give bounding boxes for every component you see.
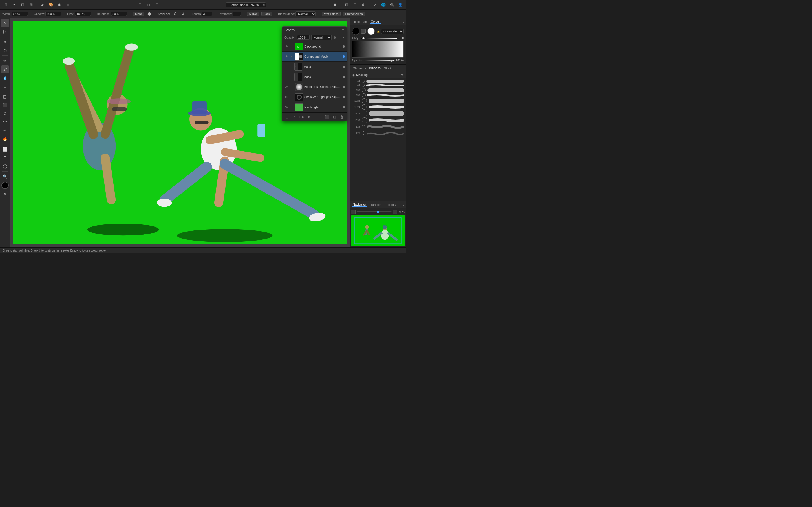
layers-opacity-input[interactable] [297,35,310,40]
duplicate-layer-button[interactable]: ⊡ [331,114,338,120]
layer-row-brightness[interactable]: 👁 Brightness / Contrast Adjustm [282,82,347,92]
wet-edges-button[interactable]: Wet Edges [322,11,341,16]
share-icon[interactable]: ↗ [371,1,378,8]
web-icon[interactable]: 🌐 [380,1,387,8]
close-tab-icon[interactable]: × [263,3,265,6]
histogram-tab[interactable]: Histogram [352,20,368,23]
brush-item-7[interactable]: 1536 [350,110,406,117]
masking-bar[interactable]: ◈ Masking ▼ [350,72,406,78]
burn-tool[interactable]: 🔥 [1,135,9,143]
layer-expand-background[interactable] [290,45,294,48]
record-icon[interactable]: ⏺ [332,1,338,8]
grid2-icon[interactable]: ⊟ [154,1,160,8]
brushes-panel-menu-icon[interactable]: ≡ [403,66,404,70]
color-wheel-icon[interactable]: ◉ [56,1,63,8]
profile-icon[interactable]: 👤 [397,1,404,8]
eraser-tool[interactable]: ◻ [1,84,9,92]
new-layer-button[interactable]: ⬛ [324,114,330,120]
dodge-tool[interactable]: ☀ [1,126,9,134]
length-input[interactable] [202,11,212,16]
layer-expand-shadows[interactable] [290,95,294,99]
layer-row-shadows[interactable]: 👁 Shadows / Highlights Adjustm [282,92,347,102]
stock-tab[interactable]: Stock [383,66,393,70]
text-tool[interactable]: T [1,154,9,162]
filter-icon[interactable]: ◈ [64,1,71,8]
navigator-tab[interactable]: Navigator [352,203,367,207]
layer-row-rectangle[interactable]: 👁 Rectangle [282,102,347,112]
mask-delete-button[interactable]: ✕ [306,114,312,120]
layer-row-mask1[interactable]: M Mask [282,62,347,72]
layers-blend-select[interactable]: Normal [311,35,332,40]
protect-alpha-button[interactable]: Protect Alpha [343,11,365,16]
add-mask-button[interactable]: ⊞ [284,114,290,120]
channels-tab[interactable]: Channels [352,66,367,70]
grey-slider[interactable] [361,38,397,39]
smudge-tool[interactable]: 〰 [1,118,9,126]
brush-item-5[interactable]: 1024 [350,98,406,104]
shape-tool[interactable]: ◯ [1,162,9,170]
plugin-icon[interactable]: 🔌 [389,1,395,8]
delete-layer-button[interactable]: 🗑 [339,114,345,120]
layer-row-background[interactable]: 👁 BG Background [282,41,347,52]
colour-tab[interactable]: Colour [370,20,381,24]
brush-item-1[interactable]: 64 [350,79,406,83]
brush-item-6[interactable]: 1024 [350,104,406,110]
flow-input[interactable] [75,11,91,16]
grid-icon[interactable]: ⊞ [137,1,144,8]
layer-visibility-compound[interactable]: 👁 [284,54,289,59]
layers-gear-icon[interactable]: ⚙ [333,36,336,39]
brushes-tab[interactable]: Brushes [368,66,382,70]
view-icon[interactable]: ⊞ [343,1,350,8]
more-button[interactable]: More [133,11,144,16]
pen-tool[interactable]: ✏ [1,57,9,65]
layer-visibility-mask2[interactable] [289,75,293,79]
brush-tool[interactable]: 🖌 [1,65,9,73]
watercolor-tool[interactable]: 💧 [1,74,9,82]
layer-row-mask2[interactable]: M Mask [282,72,347,82]
app-icon[interactable]: ⊞ [2,1,9,8]
navigator-preview[interactable] [351,215,405,246]
transform-tab[interactable]: Transform [368,203,385,207]
nav-panel-menu-icon[interactable]: ≡ [403,203,404,207]
blend-mode-select[interactable]: Normal [296,11,316,16]
layer-row-compound-mask[interactable]: 👁 ▼ Compound Mask [282,52,347,62]
layers-menu-icon[interactable]: ≡ [342,28,344,33]
gradient-tool[interactable]: ⬛ [1,101,9,109]
nav-zoom-slider[interactable] [357,211,392,212]
selection-tool[interactable]: ⬜ [1,145,9,153]
zoom-tool[interactable]: 🔍 [1,173,9,180]
stabiliser-icon[interactable]: S [172,11,178,17]
node-tool[interactable]: ▷ [1,27,9,36]
stabiliser2-icon[interactable]: ↺ [180,11,186,17]
hardness-input[interactable] [111,11,127,16]
history-tab[interactable]: History [386,203,398,207]
color-picker-tool[interactable]: ⊛ [1,190,9,198]
lock-button[interactable]: Lock [261,11,272,16]
palette-icon[interactable]: 🎨 [48,1,54,8]
swap-icon[interactable] [361,29,366,34]
aspect-icon[interactable]: ⊡ [352,1,358,8]
colour-mode-select[interactable]: Greyscale [381,29,404,34]
canvas-area[interactable]: Layers ≡ Opacity: Normal ⚙ + 👁 BG Backgr… [10,18,350,247]
crop-tool[interactable]: ⌗ [1,38,9,46]
nav-zoom-in-button[interactable]: + [393,210,397,214]
foreground-swatch[interactable] [352,27,359,35]
new-icon[interactable]: ✦ [11,1,17,8]
symmetry-input[interactable] [233,11,241,16]
brush-item-4[interactable]: 256 [350,93,406,98]
square-icon[interactable]: □ [145,1,152,8]
layer-visibility-background[interactable]: 👁 [284,44,289,49]
mask-fx-button[interactable]: FX [299,114,305,120]
brush-icon[interactable]: 🖌 [39,1,46,8]
brush-item-8[interactable]: 1536 [350,117,406,124]
transform-tool[interactable]: ⬡ [1,47,9,54]
layer-expand-rectangle[interactable] [290,105,294,109]
layer-expand-compound[interactable]: ▼ [290,55,294,59]
background-swatch[interactable] [367,27,375,35]
brush-mode-icon[interactable]: ⬤ [146,11,152,17]
layer-expand-brightness[interactable] [290,85,294,89]
layer-visibility-rectangle[interactable]: 👁 [284,105,289,110]
foreground-color[interactable] [1,182,9,189]
nav-zoom-out-button[interactable]: − [351,210,356,214]
move-tool[interactable]: ↖ [1,19,9,27]
